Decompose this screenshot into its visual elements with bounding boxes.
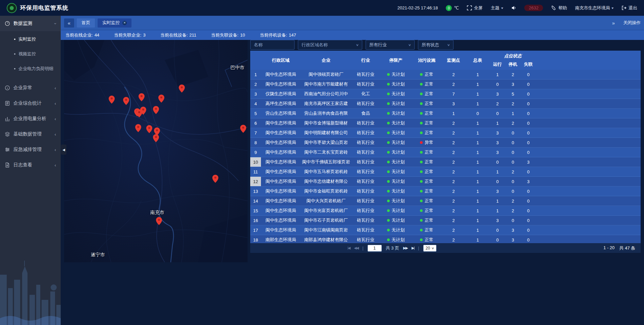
table-row[interactable]: 7 阆中生态环境局 阆中明阳建材有限公司 砖瓦行业 无计划 正常 2 1 3 0… [250, 128, 641, 138]
table-row[interactable]: 11 阆中生态环境局 阆中市五马桥页岩机砖 砖瓦行业 无计划 正常 2 1 1 … [250, 167, 641, 177]
map-pin[interactable] [158, 95, 164, 103]
chevron-down-icon: ▾ [501, 6, 503, 10]
fullscreen-button[interactable]: 全屏 [467, 5, 483, 11]
last-page-button[interactable]: ▶| [412, 246, 414, 250]
cell-stopped: 0 [505, 148, 521, 157]
cell-lost: 3 [521, 177, 536, 186]
sidebar-item-video-monitor[interactable]: 视频监控 [0, 47, 61, 61]
table-row[interactable]: 1 阆中生态环境局 阆中强锐页岩砖厂 砖瓦行业 无计划 正常 2 1 1 2 0 [250, 70, 641, 79]
sound-button[interactable] [511, 5, 516, 10]
sidebar-item-enterprise-statistics[interactable]: 企业综合统计 ‹ [0, 96, 61, 111]
industry-filter-select[interactable]: 所有行业 ∨ [366, 40, 415, 50]
sidebar-item-power-load-detail[interactable]: 企业电力负荷明细 [0, 61, 61, 76]
name-filter-field[interactable] [250, 40, 294, 50]
close-icon[interactable]: ✕ [122, 21, 127, 25]
table-row[interactable]: 18 南部生态环境局 南部县鸿华建材有限公 砖瓦行业 无计划 正常 2 1 0 … [250, 235, 641, 243]
cell-running: 0 [490, 79, 505, 89]
theme-dropdown[interactable]: 主题 ▾ [491, 5, 503, 11]
cell-limit-status: 无计划 [380, 118, 412, 128]
status-filter-select[interactable]: 所有状态 ∨ [418, 40, 453, 50]
status-dot-green [387, 170, 390, 173]
sidebar-item-realtime-monitor[interactable]: 实时监控 [0, 32, 61, 47]
table-row[interactable]: 13 阆中生态环境局 阆中市金福旺页岩机砖 砖瓦行业 无计划 正常 2 1 3 … [250, 186, 641, 196]
tab-realtime-monitor[interactable]: 实时监控 ✕ [98, 18, 131, 28]
sidebar: 数据监测 › 实时监控 视频监控 企业电力负荷明细 企业异常 ‹ 企业综合统计 [0, 16, 61, 325]
cell-row-number: 2 [250, 79, 261, 89]
table-row[interactable]: 14 阆中生态环境局 阆中大兴页岩机砖厂 砖瓦行业 无计划 正常 2 1 1 2… [250, 196, 641, 206]
page-number-input[interactable] [368, 245, 382, 252]
map-pin[interactable] [123, 97, 129, 105]
sliders-icon [5, 147, 10, 152]
name-filter-input[interactable] [254, 42, 291, 47]
status-dot-green [387, 83, 390, 86]
table-row[interactable]: 6 阆中生态环境局 阆中市金博瑞新型墙材 砖瓦行业 无计划 正常 2 1 1 2… [250, 118, 641, 128]
page-size-select[interactable]: 20 ∨ [423, 245, 436, 252]
cell-filler [536, 99, 641, 108]
table-row[interactable]: 12 阆中生态环境局 阆中市忠信建材有限公 砖瓦行业 无计划 正常 2 1 0 … [250, 177, 641, 186]
cell-lost: 0 [521, 148, 536, 157]
cell-lost: 0 [521, 79, 536, 89]
notification-count-badge[interactable]: 2632 [524, 5, 543, 11]
table-row[interactable]: 5 营山生态环境局 营山县润丰肉食品有限 食品 无计划 正常 1 0 0 1 0 [250, 109, 641, 118]
tab-home[interactable]: 首页 [77, 18, 95, 28]
table-row[interactable]: 15 阆中生态环境局 阆中市光富页岩机砖厂 砖瓦行业 无计划 正常 2 1 1 … [250, 206, 641, 216]
chevron-down-icon: ∨ [356, 43, 359, 47]
map-pin[interactable] [240, 125, 246, 133]
cell-running: 0 [490, 157, 505, 167]
sidebar-item-log-view[interactable]: 日志查看 ‹ [0, 157, 61, 173]
sidebar-item-emergency-reduction[interactable]: 应急减排管理 ‹ [0, 142, 61, 157]
tabs-scroll-left-button[interactable]: « [64, 18, 74, 28]
region-filter-select[interactable]: 行政区域名称 ∨ [298, 40, 362, 50]
map-panel[interactable]: 巴中市南充市遂宁市 [64, 40, 248, 262]
map-collapse-handle[interactable]: ◀ [61, 145, 66, 155]
help-button[interactable]: 帮助 [551, 5, 567, 11]
map-pin[interactable] [156, 217, 162, 225]
sidebar-item-base-data[interactable]: 基础数据管理 ‹ [0, 126, 61, 142]
sidebar-item-enterprise-abnormal[interactable]: 企业异常 ‹ [0, 80, 61, 96]
next-page-button[interactable]: ▶▶ [403, 246, 408, 250]
map-pin[interactable] [146, 125, 152, 133]
cell-lost: 0 [521, 89, 536, 99]
logout-button[interactable]: 退出 [622, 5, 637, 11]
close-operations-button[interactable]: 关闭操作 [623, 20, 641, 26]
prev-page-button[interactable]: ◀◀ [354, 246, 358, 250]
sidebar-item-power-analysis[interactable]: 企业用电量分析 ‹ [0, 111, 61, 126]
table-row[interactable]: 2 阆中生态环境局 阆中市南方节能建材有 砖瓦行业 无计划 正常 2 1 0 3… [250, 79, 641, 89]
table-row[interactable]: 3 仪陇生态环境局 西南油气田分公司川中 化工 无计划 正常 7 1 3 5 0 [250, 89, 641, 99]
sidebar-item-data-monitoring[interactable]: 数据监测 › [0, 16, 61, 31]
map-pin[interactable] [212, 175, 218, 183]
table-row[interactable]: 9 阆中生态环境局 阆中市二龙长宝页岩砖 砖瓦行业 无计划 正常 2 1 3 0… [250, 148, 641, 157]
first-page-button[interactable]: |◀ [347, 246, 350, 250]
cell-facility-status: 正常 [412, 70, 441, 79]
divider: | [418, 246, 419, 251]
cell-running: 1 [490, 118, 505, 128]
map-pin[interactable] [153, 106, 159, 114]
table-row[interactable]: 8 阆中生态环境局 阆中市枣碧大梁山页岩 砖瓦行业 无计划 异常 2 1 3 0… [250, 138, 641, 148]
map-pin[interactable] [135, 124, 141, 132]
cell-monitor-points: 1 [441, 109, 466, 118]
cell-filler [536, 186, 641, 196]
status-dot-green [387, 151, 390, 154]
map-pin[interactable] [109, 96, 115, 104]
map-pin[interactable] [139, 93, 145, 101]
map-pin[interactable] [140, 107, 146, 115]
tabs-scroll-right-button[interactable]: » [608, 18, 619, 28]
map-pin[interactable] [179, 85, 185, 93]
cell-company: 阆中市光富页岩机砖厂 [301, 206, 352, 215]
cell-stopped: 2 [505, 206, 521, 215]
org-dropdown[interactable]: 南充市生态环境局 ▾ [575, 5, 613, 11]
cell-facility-status: 正常 [412, 216, 441, 225]
table-row[interactable]: 10 阆中生态环境局 阆中市千佛镇五郎垭页岩 砖瓦行业 无计划 正常 2 1 0… [250, 157, 641, 167]
cell-row-number: 11 [250, 167, 261, 176]
cell-limit-status: 无计划 [380, 79, 412, 89]
table-row[interactable]: 16 阆中生态环境局 阆中市石子页岩机砖厂 砖瓦行业 无计划 正常 2 1 3 … [250, 216, 641, 225]
map-pin[interactable] [153, 134, 159, 142]
cell-facility-status: 正常 [412, 206, 441, 215]
total-pages-label: 共 3 页 [386, 245, 399, 251]
cell-row-number: 12 [250, 177, 261, 186]
table-row[interactable]: 4 高坪生态环境局 南充市高坪区王家店建 砖瓦行业 无计划 正常 3 1 2 2… [250, 99, 641, 109]
cell-facility-status: 正常 [412, 148, 441, 157]
cell-lost: 0 [521, 225, 536, 235]
table-row[interactable]: 17 阆中生态环境局 阆中市江南镇阆南页岩 砖瓦行业 无计划 正常 2 1 0 … [250, 225, 641, 235]
status-dot-green [387, 112, 390, 115]
